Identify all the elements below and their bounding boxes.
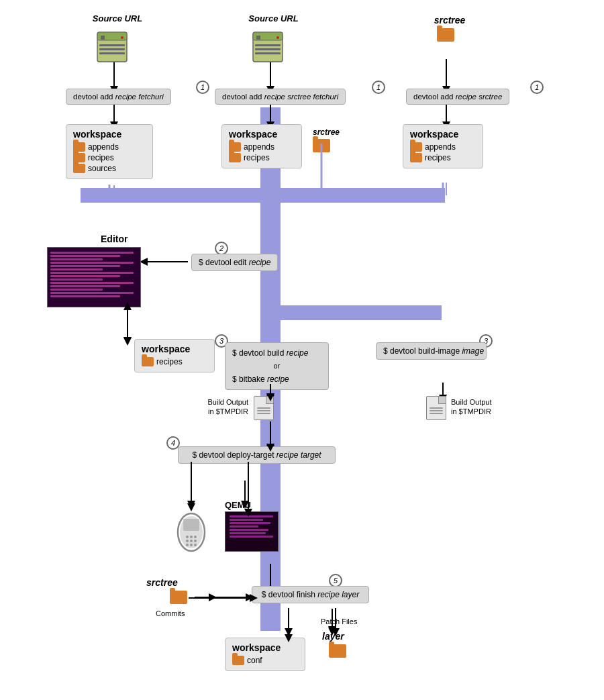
svg-rect-1	[81, 188, 281, 203]
cmd-edit: $ devtool edit recipe	[191, 254, 278, 271]
svg-rect-58	[255, 52, 281, 54]
cmd-add-srctree-fetchuri: devtool add recipe srctree fetchuri	[215, 89, 346, 105]
svg-rect-56	[255, 44, 281, 46]
svg-point-69	[190, 544, 193, 546]
build-output-doc-1	[254, 396, 274, 420]
build-output-label-1: Build Outputin $TMPDIR	[188, 397, 248, 417]
commits-label: Commits	[156, 609, 185, 617]
workspace-2: workspace appends recipes	[221, 124, 302, 168]
build-output-doc-2	[426, 396, 446, 420]
step1-circle-3: 1	[530, 81, 544, 94]
svg-point-67	[194, 540, 197, 542]
svg-point-70	[194, 544, 197, 546]
workspace-4: workspace recipes	[134, 339, 215, 372]
svg-point-65	[186, 540, 189, 542]
svg-marker-78	[123, 338, 132, 346]
step1-circle-2: 1	[372, 81, 385, 94]
phone-icon	[173, 507, 210, 559]
qemu-label: QEMU	[225, 500, 251, 510]
cmd-build: $ devtool build recipe or $ bitbake reci…	[225, 342, 329, 390]
layer-folder	[329, 644, 346, 660]
server-icon-2	[250, 26, 287, 68]
step2-circle: 2	[215, 242, 228, 255]
cmd-finish: $ devtool finish recipe layer	[252, 586, 369, 603]
svg-rect-50	[99, 48, 125, 50]
step1-circle-1: 1	[196, 81, 209, 94]
svg-point-62	[186, 536, 189, 538]
svg-point-68	[186, 544, 189, 546]
patch-files-label: Patch Files	[321, 617, 357, 626]
svg-rect-71	[183, 519, 199, 531]
srctree-bottom-folder	[170, 591, 187, 606]
svg-marker-26	[123, 337, 132, 344]
source-url-2-label: Source URL	[242, 13, 305, 23]
srctree-bottom-label: srctree	[146, 577, 178, 588]
cmd-build-image: $ devtool build-image image	[376, 342, 487, 360]
diagram-container: Source URL Source URL srctree	[0, 0, 604, 700]
server-icon-1	[94, 26, 131, 68]
svg-point-64	[194, 536, 197, 538]
srctree-middle-folder: srctree	[313, 128, 340, 154]
cmd-add-fetchuri: devtool add recipe fetchuri	[66, 89, 171, 105]
svg-marker-45	[209, 593, 217, 601]
cmd-deploy: $ devtool deploy-target recipe target	[178, 446, 336, 464]
workspace-1: workspace appends recipes sources	[66, 124, 153, 179]
svg-point-52	[121, 36, 123, 39]
editor-label: Editor	[101, 234, 128, 244]
svg-rect-3	[281, 305, 442, 320]
svg-point-63	[190, 536, 193, 538]
cmd-add-srctree: devtool add recipe srctree	[406, 89, 509, 105]
step5-circle: 5	[329, 574, 342, 587]
build-output-label-2: Build Outputin $TMPDIR	[451, 397, 492, 417]
svg-point-59	[276, 36, 279, 39]
svg-rect-55	[256, 36, 260, 40]
srctree-top-label: srctree	[423, 15, 476, 26]
svg-rect-48	[101, 36, 105, 40]
workspace-3: workspace appends recipes	[403, 124, 483, 168]
svg-rect-57	[255, 48, 281, 50]
svg-rect-51	[99, 52, 125, 54]
svg-rect-2	[281, 188, 445, 203]
editor-terminal	[47, 247, 141, 307]
srctree-top-folder	[437, 28, 454, 44]
source-url-1-label: Source URL	[87, 13, 148, 23]
workspace-bottom: workspace conf	[225, 638, 305, 671]
layer-label: layer	[322, 631, 344, 642]
qemu-terminal	[225, 511, 279, 552]
svg-point-66	[190, 540, 193, 542]
svg-marker-41	[285, 628, 293, 636]
svg-rect-49	[99, 44, 125, 46]
